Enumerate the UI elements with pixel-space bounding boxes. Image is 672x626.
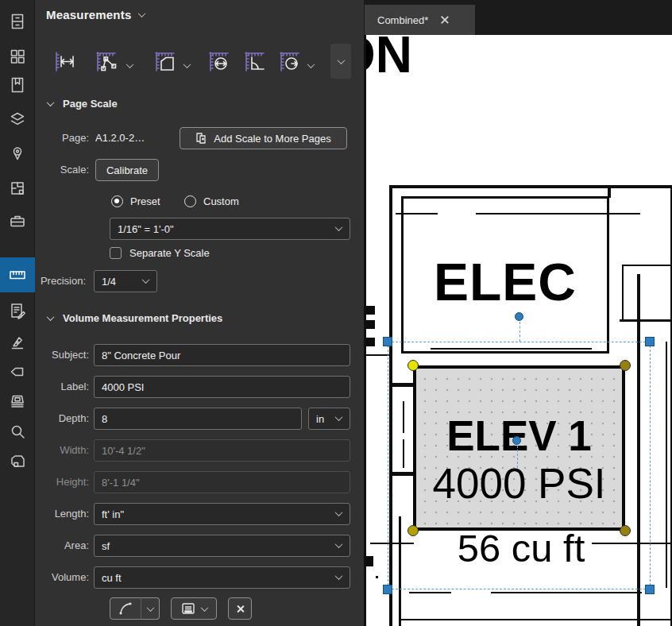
caption-style-button[interactable]	[171, 597, 217, 620]
page-scale-section-header[interactable]: Page Scale	[48, 98, 118, 110]
calibrate-button[interactable]: Calibrate	[95, 159, 159, 181]
layers-icon[interactable]	[0, 104, 35, 134]
height-input	[94, 471, 350, 493]
measurements-ruler-icon[interactable]	[0, 257, 35, 292]
area-dropdown-chevron[interactable]	[184, 57, 195, 67]
preset-radio[interactable]	[111, 195, 123, 207]
subject-input[interactable]	[94, 344, 350, 366]
radius-tool-button[interactable]	[271, 44, 306, 79]
vertex-handle-top-right[interactable]	[620, 360, 631, 371]
volume-unit-dropdown[interactable]: cu ft	[94, 566, 350, 589]
label-input[interactable]	[94, 376, 350, 398]
radius-dropdown-chevron[interactable]	[308, 57, 319, 67]
page-scale-header-label: Page Scale	[63, 98, 118, 110]
curve-icon	[118, 601, 133, 616]
height-label: Height:	[38, 471, 89, 493]
selection-center-dot[interactable]	[512, 436, 521, 445]
thumbnails-icon[interactable]	[0, 41, 35, 71]
vertex-handle-bottom-left[interactable]	[407, 525, 419, 536]
width-label: Width:	[38, 439, 89, 462]
depth-unit-dropdown[interactable]: in	[308, 408, 350, 430]
signatures-icon[interactable]	[0, 327, 35, 357]
bluebeam-revu-window: Measurements Page Scale Pa	[0, 0, 672, 626]
selection-box-left	[388, 342, 388, 589]
precision-dropdown[interactable]: 1/4	[94, 270, 157, 292]
sets-icon[interactable]	[0, 386, 35, 416]
area-tool-button[interactable]	[146, 44, 181, 79]
selection-handle-top-right[interactable]	[645, 337, 655, 346]
copy-pages-icon	[195, 132, 208, 145]
tab-combined[interactable]: Combined*	[365, 5, 475, 35]
polylength-dropdown-chevron[interactable]	[127, 57, 138, 67]
tool-chest-icon[interactable]	[0, 206, 35, 236]
label-label: Label:	[38, 376, 89, 398]
measurements-panel: Measurements Page Scale Pa	[35, 0, 364, 626]
more-tools-button[interactable]	[330, 44, 351, 79]
close-x-icon	[236, 605, 245, 613]
delete-measurement-button[interactable]	[228, 597, 252, 620]
tab-close-icon[interactable]	[439, 15, 449, 25]
page-value: A1.2.0-2…	[95, 127, 145, 149]
selection-handle-bottom-right[interactable]	[645, 585, 655, 594]
markup-subject-text: ELEV 1	[416, 415, 622, 457]
area-unit-dropdown[interactable]: sf	[94, 535, 350, 557]
polylength-tool-button[interactable]	[87, 44, 122, 79]
vertex-handle-top-left[interactable]	[407, 360, 419, 371]
custom-radio-group[interactable]: Custom	[184, 195, 239, 207]
markups-list-icon[interactable]	[0, 296, 35, 326]
diameter-tool-button[interactable]	[200, 44, 235, 79]
markup-label-text: 4000 PSI	[416, 462, 622, 504]
custom-radio[interactable]	[184, 195, 196, 207]
file-access-icon[interactable]	[0, 6, 35, 37]
tab-label: Combined*	[377, 14, 428, 26]
volume-properties-section-header[interactable]: Volume Measurement Properties	[48, 312, 222, 324]
drawing-canvas[interactable]: ON ELEC	[364, 35, 672, 626]
angle-tool-button[interactable]	[236, 44, 271, 79]
separate-y-scale-checkbox[interactable]	[110, 247, 122, 259]
selection-box-right	[650, 342, 651, 589]
chevron-down-icon	[138, 10, 146, 17]
scale-label: Scale:	[38, 159, 89, 181]
spaces-icon[interactable]	[0, 173, 35, 203]
add-scale-to-more-pages-button[interactable]: Add Scale to More Pages	[180, 127, 347, 149]
curve-tool-button[interactable]	[110, 597, 141, 620]
scale-preset-dropdown[interactable]: 1/16" = 1'-0"	[110, 218, 350, 240]
page-label: Page:	[38, 127, 89, 149]
panel-title-label: Measurements	[46, 8, 131, 21]
places-icon[interactable]	[0, 138, 35, 168]
flags-icon[interactable]	[0, 357, 35, 387]
selection-stem-center	[517, 446, 518, 468]
preset-radio-group[interactable]: Preset	[111, 195, 160, 207]
markup-volume-text: 56 cu ft	[410, 529, 632, 568]
separate-y-scale-row[interactable]: Separate Y Scale	[110, 247, 210, 259]
bookmarks-icon[interactable]	[0, 70, 35, 100]
width-input	[94, 439, 350, 462]
room-elec: ELEC	[401, 196, 609, 354]
panel-title[interactable]: Measurements	[46, 8, 145, 21]
curve-tool-dropdown[interactable]	[141, 597, 160, 620]
subject-label: Subject:	[38, 344, 89, 366]
length-label: Length:	[38, 503, 89, 525]
volume-measurement-markup[interactable]: ELEV 1 4000 PSI	[413, 365, 625, 531]
selection-stem-top	[519, 322, 520, 342]
links-icon[interactable]	[0, 446, 35, 477]
separate-y-scale-label: Separate Y Scale	[129, 247, 210, 259]
length-unit-dropdown[interactable]: ft' in"	[94, 503, 350, 525]
selection-box-bottom	[388, 589, 650, 589]
vertex-handle-bottom-right[interactable]	[620, 525, 631, 536]
preset-radio-label: Preset	[130, 195, 160, 207]
room-elec-label: ELEC	[434, 252, 577, 312]
length-tool-button[interactable]	[46, 44, 81, 79]
area-label: Area:	[38, 535, 89, 557]
caption-icon	[180, 601, 196, 616]
selection-box-top	[388, 342, 650, 342]
selection-handle-top-left[interactable]	[383, 337, 392, 346]
volume-label: Volume:	[38, 566, 89, 589]
collapse-chevron-icon	[47, 99, 55, 106]
selection-handle-bottom-left[interactable]	[383, 585, 392, 594]
depth-input[interactable]	[94, 408, 302, 430]
left-panel-rail	[0, 0, 35, 626]
selection-rotate-dot-top[interactable]	[515, 312, 523, 321]
search-icon[interactable]	[0, 416, 35, 446]
precision-label: Precision:	[35, 270, 86, 292]
